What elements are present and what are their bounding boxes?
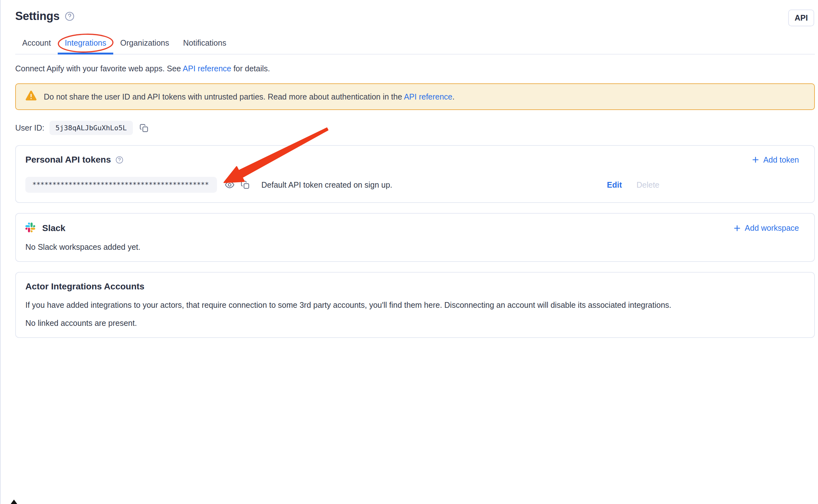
- delete-token-button[interactable]: Delete: [637, 180, 659, 190]
- actor-integrations-card: Actor Integrations Accounts If you have …: [15, 272, 815, 338]
- help-icon[interactable]: [65, 11, 75, 21]
- add-workspace-button[interactable]: Add workspace: [733, 223, 799, 233]
- tab-integrations[interactable]: Integrations: [58, 34, 113, 54]
- api-button[interactable]: API: [788, 10, 814, 26]
- token-row: ****************************************…: [25, 177, 799, 193]
- token-actions: Edit Delete: [607, 180, 659, 190]
- intro-pre: Connect Apify with your favorite web app…: [15, 64, 183, 73]
- slack-card-title: Slack: [42, 223, 65, 233]
- page-title: Settings: [15, 10, 60, 23]
- copy-user-id-button[interactable]: [138, 122, 150, 134]
- actor-card-title: Actor Integrations Accounts: [25, 281, 799, 292]
- copy-icon: [240, 180, 250, 190]
- slack-icon: [25, 223, 35, 234]
- actor-empty-text: No linked accounts are present.: [25, 319, 799, 328]
- eye-icon: [224, 180, 235, 190]
- personal-api-tokens-card: Personal API tokens Add token **********…: [15, 145, 815, 203]
- add-token-button[interactable]: Add token: [752, 155, 799, 165]
- user-id-value: 5j38qALJbGuXhLo5L: [49, 121, 133, 135]
- add-workspace-label: Add workspace: [745, 223, 799, 233]
- slack-empty-text: No Slack workspaces added yet.: [25, 242, 799, 252]
- warning-pre: Do not share the user ID and API tokens …: [44, 92, 404, 101]
- masked-token-value: ****************************************…: [25, 177, 217, 193]
- edit-token-button[interactable]: Edit: [607, 180, 622, 190]
- topbar: Settings API: [15, 10, 815, 26]
- slack-card: Slack Add workspace No Slack workspaces …: [15, 213, 815, 262]
- active-tab-underline: [58, 53, 113, 55]
- tab-integrations-label: Integrations: [65, 38, 106, 47]
- warning-api-reference-link[interactable]: API reference: [404, 92, 452, 101]
- actor-card-description: If you have added integrations to your a…: [25, 300, 799, 310]
- user-id-label: User ID:: [15, 123, 44, 132]
- cursor-artifact: [7, 500, 21, 504]
- add-token-label: Add token: [763, 155, 799, 165]
- tokens-help-icon[interactable]: [115, 156, 123, 164]
- intro-text: Connect Apify with your favorite web app…: [15, 64, 815, 73]
- tokens-card-title: Personal API tokens: [25, 155, 111, 165]
- plus-icon: [752, 156, 759, 164]
- token-description: Default API token created on sign up.: [261, 180, 392, 190]
- intro-post: for details.: [231, 64, 270, 73]
- warning-text: Do not share the user ID and API tokens …: [44, 92, 455, 101]
- warning-banner: Do not share the user ID and API tokens …: [15, 83, 815, 110]
- show-token-button[interactable]: [223, 178, 236, 191]
- tab-account[interactable]: Account: [15, 34, 58, 54]
- user-id-row: User ID: 5j38qALJbGuXhLo5L: [15, 121, 815, 135]
- copy-token-button[interactable]: [239, 179, 251, 191]
- warning-icon: [25, 90, 37, 103]
- tab-organizations[interactable]: Organizations: [113, 34, 176, 54]
- settings-page: Settings API Account Integrations Organi…: [0, 0, 818, 338]
- plus-icon: [733, 224, 741, 232]
- tab-notifications[interactable]: Notifications: [176, 34, 233, 54]
- warning-post: .: [452, 92, 455, 101]
- settings-tabs: Account Integrations Organizations Notif…: [15, 34, 815, 55]
- api-reference-link[interactable]: API reference: [183, 64, 231, 73]
- copy-icon: [139, 123, 149, 133]
